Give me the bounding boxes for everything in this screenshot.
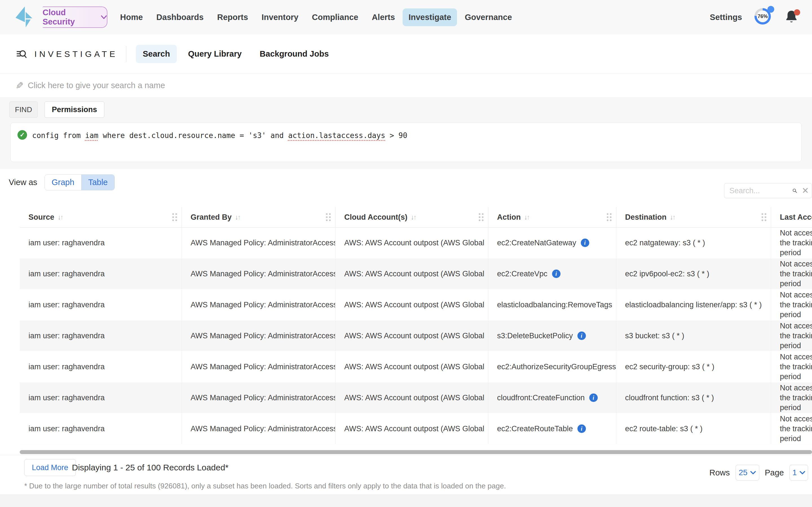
settings-button[interactable]: Settings (710, 13, 742, 22)
cell-text: AWS Managed Policy: AdministratorAccess (191, 238, 336, 247)
sort-icon[interactable]: ↓↑ (58, 213, 63, 221)
table-body: iam user: raghavendraAWS Managed Policy:… (20, 228, 812, 445)
cell-last-access: Not accessed in the tracking period (771, 383, 812, 413)
column-drag-handle-icon[interactable] (326, 213, 331, 221)
column-drag-handle-icon[interactable] (762, 213, 766, 221)
cell-last-access: Not accessed in the tracking period (771, 351, 812, 382)
sort-icon[interactable]: ↓↑ (670, 213, 675, 221)
usage-progress-ring[interactable]: 76% (755, 8, 772, 26)
horizontal-scrollbar[interactable] (20, 450, 812, 454)
column-drag-handle-icon[interactable] (479, 213, 484, 221)
table-row[interactable]: iam user: raghavendraAWS Managed Policy:… (20, 228, 812, 259)
column-label: Source (29, 213, 54, 222)
view-toggle-row: View as GraphTable ✕ (0, 169, 812, 207)
cell-text: ec2 route-table: s3 ( * ) (625, 425, 703, 433)
query-panel: FIND Permissions ✓ config from iam where… (0, 97, 812, 169)
cell-granted-by: AWS Managed Policy: AdministratorAccess (182, 383, 336, 413)
column-header-last-access[interactable]: Last Access↓↑ (771, 207, 812, 227)
cell-destination: s3 bucket: s3 ( * ) (616, 321, 771, 351)
sort-icon[interactable]: ↓↑ (411, 213, 416, 221)
column-header-source[interactable]: Source↓↑ (20, 207, 182, 227)
column-drag-handle-icon[interactable] (607, 213, 612, 221)
nav-item-governance[interactable]: Governance (459, 8, 518, 26)
chevron-down-icon (800, 471, 805, 474)
page-tabs: SearchQuery LibraryBackground Jobs (136, 45, 336, 63)
cell-text: Not accessed in the tracking period (780, 259, 812, 289)
rows-per-page-value: 25 (739, 468, 748, 477)
view-toggle-table[interactable]: Table (81, 175, 114, 190)
pagination-controls: Rows 25 Page 1 of 4 (709, 465, 812, 481)
nav-item-alerts[interactable]: Alerts (366, 8, 401, 26)
query-text[interactable]: config from iam where dest.cloud.resourc… (32, 130, 407, 141)
cell-cloud-account-s: AWS: AWS Account outpost (AWS Global → A… (336, 351, 488, 382)
column-header-action[interactable]: Action↓↑ (488, 207, 616, 227)
nav-item-investigate[interactable]: Investigate (403, 8, 457, 26)
load-more-button[interactable]: Load More (24, 459, 76, 476)
cell-destination: ec2 ipv6pool-ec2: s3 ( * ) (616, 259, 771, 289)
chevron-down-icon (750, 471, 756, 474)
chevron-down-icon (101, 15, 107, 19)
info-icon[interactable]: i (552, 270, 560, 278)
query-token: where dest.cloud.resource.name = 's3' an… (98, 131, 288, 140)
cell-text: AWS Managed Policy: AdministratorAccess (191, 393, 336, 402)
page-number-select[interactable]: 1 (790, 465, 808, 481)
cell-text: ec2:CreateVpc (497, 270, 548, 278)
table-row[interactable]: iam user: raghavendraAWS Managed Policy:… (20, 321, 812, 351)
tab-background-jobs[interactable]: Background Jobs (253, 45, 336, 63)
table-row[interactable]: iam user: raghavendraAWS Managed Policy:… (20, 383, 812, 413)
cell-cloud-account-s: AWS: AWS Account outpost (AWS Global → A… (336, 321, 488, 351)
view-toggle-graph[interactable]: Graph (45, 175, 81, 190)
tab-search[interactable]: Search (136, 45, 177, 63)
product-switcher[interactable]: Cloud Security (43, 6, 107, 28)
query-input[interactable]: ✓ config from iam where dest.cloud.resou… (10, 122, 802, 162)
search-name-placeholder[interactable]: Click here to give your search a name (28, 81, 165, 90)
cell-text: Not accessed in the tracking period (780, 290, 812, 320)
clear-search-icon[interactable]: ✕ (802, 186, 809, 195)
brand-logo-icon[interactable] (15, 6, 33, 28)
nav-item-home[interactable]: Home (114, 8, 149, 26)
nav-item-inventory[interactable]: Inventory (256, 8, 305, 26)
cell-source: iam user: raghavendra (20, 351, 182, 382)
bottom-strip (0, 495, 812, 507)
column-header-granted-by[interactable]: Granted By↓↑ (182, 207, 336, 227)
info-icon[interactable]: i (577, 425, 586, 433)
nav-item-compliance[interactable]: Compliance (306, 8, 364, 26)
cell-action: ec2:CreateNatGatewayi (488, 228, 616, 258)
column-label: Action (497, 213, 521, 222)
cell-text: iam user: raghavendra (29, 393, 105, 402)
permissions-button[interactable]: Permissions (45, 101, 105, 118)
sort-icon[interactable]: ↓↑ (235, 213, 240, 221)
notifications-button[interactable] (785, 10, 799, 24)
table-search-box[interactable]: ✕ (724, 183, 812, 198)
info-icon[interactable]: i (577, 332, 586, 340)
table-row[interactable]: iam user: raghavendraAWS Managed Policy:… (20, 413, 812, 445)
cell-action: elasticloadbalancing:RemoveTagsi (488, 290, 616, 320)
info-icon[interactable]: i (589, 393, 598, 402)
column-drag-handle-icon[interactable] (172, 213, 177, 221)
cell-granted-by: AWS Managed Policy: AdministratorAccess (182, 259, 336, 289)
nav-item-reports[interactable]: Reports (211, 8, 254, 26)
search-icon[interactable] (792, 186, 797, 195)
info-icon[interactable]: i (581, 238, 589, 247)
cell-source: iam user: raghavendra (20, 290, 182, 320)
rows-per-page-select[interactable]: 25 (735, 465, 759, 481)
table-search-input[interactable] (729, 186, 788, 195)
cell-text: ec2 natgateway: s3 ( * ) (625, 238, 705, 247)
rows-label: Rows (709, 468, 730, 477)
search-name-row[interactable]: ✎ Click here to give your search a name (0, 74, 812, 97)
column-header-destination[interactable]: Destination↓↑ (616, 207, 771, 227)
nav-item-dashboards[interactable]: Dashboards (151, 8, 210, 26)
cell-text: ec2:CreateNatGateway (497, 238, 576, 247)
sort-icon[interactable]: ↓↑ (524, 213, 529, 221)
cell-source: iam user: raghavendra (20, 321, 182, 351)
cell-text: iam user: raghavendra (29, 238, 105, 247)
table-row[interactable]: iam user: raghavendraAWS Managed Policy:… (20, 290, 812, 321)
column-label: Last Access (780, 213, 812, 222)
table-row[interactable]: iam user: raghavendraAWS Managed Policy:… (20, 259, 812, 290)
column-header-cloud-account-s[interactable]: Cloud Account(s)↓↑ (336, 207, 488, 227)
cell-text: Not accessed in the tracking period (780, 352, 812, 382)
table-row[interactable]: iam user: raghavendraAWS Managed Policy:… (20, 351, 812, 383)
find-label: FIND (9, 101, 38, 118)
topbar-right-cluster: Settings 76% (710, 8, 812, 26)
tab-query-library[interactable]: Query Library (181, 45, 248, 63)
